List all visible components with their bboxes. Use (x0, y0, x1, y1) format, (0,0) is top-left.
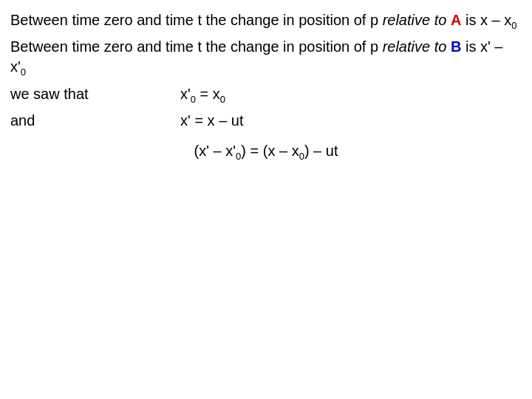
main-content: Between time zero and time t the change … (0, 0, 532, 172)
and-row: and x' = x – ut (10, 112, 522, 129)
line1-suffix: is x – x0 (461, 12, 516, 28)
line1-text-prefix: Between time zero and time t the change … (10, 12, 383, 28)
line2-label-b: B (451, 38, 461, 55)
and-equation: x' = x – ut (180, 112, 522, 129)
paragraph-2: Between time zero and time t the change … (10, 37, 522, 79)
we-saw-x0-sub: 0 (220, 94, 225, 105)
paragraph-1: Between time zero and time t the change … (10, 10, 522, 33)
line1-sub0: 0 (511, 20, 516, 31)
line2-sub0: 0 (21, 66, 26, 78)
line1-label-a: A (451, 12, 461, 28)
final-sub1: 0 (236, 151, 241, 162)
final-sub2: 0 (299, 151, 304, 162)
we-saw-equation: x'0 = x0 (180, 86, 522, 105)
and-label: and (10, 112, 180, 129)
final-equation: (x' – x'0) = (x – x0) – ut (194, 143, 338, 159)
we-saw-row: we saw that x'0 = x0 (10, 86, 522, 105)
we-saw-label: we saw that (10, 86, 180, 103)
final-equation-row: (x' – x'0) = (x – x0) – ut (10, 143, 522, 162)
we-saw-sub0: 0 (191, 94, 196, 105)
line1-relative-italic: relative to (383, 12, 447, 28)
line2-relative-italic: relative to (383, 38, 447, 55)
line2-text-prefix: Between time zero and time t the change … (10, 38, 383, 55)
